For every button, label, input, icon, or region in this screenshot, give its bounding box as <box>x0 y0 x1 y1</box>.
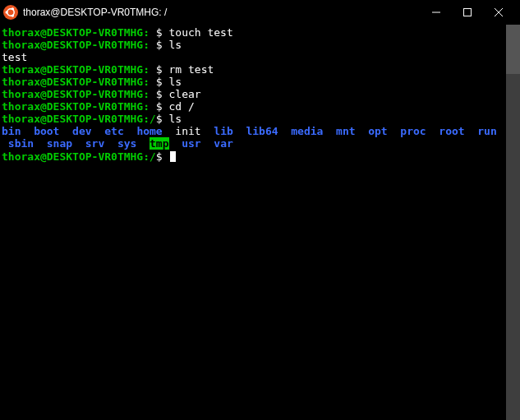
output-line: test <box>2 51 506 63</box>
command-text: ls <box>169 113 182 125</box>
prompt-sigil: $ <box>156 26 163 39</box>
command-text: rm test <box>169 63 214 76</box>
prompt-user: thorax@DESKTOP-VR0TMHG: <box>2 76 150 88</box>
ls-entry: etc <box>104 125 123 137</box>
command-line: thorax@DESKTOP-VR0TMHG: $ cd / <box>2 100 506 113</box>
prompt-sigil: $ <box>156 113 163 125</box>
maximize-button[interactable] <box>459 4 476 21</box>
ls-entry: run <box>477 125 496 137</box>
ls-entry: snap <box>47 137 72 150</box>
prompt-path: / <box>150 150 156 163</box>
prompt-path <box>150 26 156 39</box>
command-text: ls <box>169 39 182 51</box>
prompt-path <box>150 100 156 113</box>
prompt-user: thorax@DESKTOP-VR0TMHG: <box>2 39 150 51</box>
current-prompt[interactable]: thorax@DESKTOP-VR0TMHG:/$ <box>2 150 506 163</box>
ls-entry: usr <box>182 137 200 150</box>
window-controls <box>428 4 517 21</box>
ls-entry: root <box>439 125 464 137</box>
ls-entry: srv <box>85 137 104 150</box>
minimize-button[interactable] <box>428 4 444 21</box>
prompt-path <box>150 63 156 76</box>
ls-entry: sbin <box>8 137 34 150</box>
ls-entry: opt <box>368 125 387 137</box>
scrollbar-thumb[interactable] <box>506 25 520 74</box>
prompt-user: thorax@DESKTOP-VR0TMHG: <box>2 150 150 163</box>
command-text: clear <box>169 88 201 100</box>
ubuntu-icon <box>3 5 18 20</box>
ls-entry: lib <box>214 125 232 137</box>
ls-entry: bin <box>2 125 21 137</box>
prompt-path <box>150 88 156 100</box>
command-line: thorax@DESKTOP-VR0TMHG: $ ls <box>2 39 506 51</box>
command-line: thorax@DESKTOP-VR0TMHG: $ rm test <box>2 63 506 76</box>
command-text: ls <box>169 76 182 88</box>
ls-entry: sys <box>117 137 136 150</box>
command-line: thorax@DESKTOP-VR0TMHG: $ ls <box>2 76 506 88</box>
ls-entry: boot <box>34 125 59 137</box>
terminal-content[interactable]: thorax@DESKTOP-VR0TMHG: $ touch testthor… <box>0 25 506 420</box>
prompt-user: thorax@DESKTOP-VR0TMHG: <box>2 88 150 100</box>
prompt-sigil: $ <box>156 100 163 113</box>
prompt-sigil: $ <box>156 39 163 51</box>
prompt-user: thorax@DESKTOP-VR0TMHG: <box>2 113 150 125</box>
title-bar[interactable]: thorax@DESKTOP-VR0TMHG: / <box>0 0 520 25</box>
scrollbar[interactable] <box>506 25 520 420</box>
prompt-path: / <box>150 113 156 125</box>
svg-rect-9 <box>464 9 472 16</box>
command-line: thorax@DESKTOP-VR0TMHG: $ touch test <box>2 26 506 39</box>
ls-entry: mnt <box>336 125 355 137</box>
command-line: thorax@DESKTOP-VR0TMHG:/$ ls <box>2 113 506 125</box>
ls-entry: dev <box>72 125 91 137</box>
prompt-sigil: $ <box>156 76 163 88</box>
ls-entry: home <box>136 125 162 137</box>
ls-output-line: bin boot dev etc home init lib lib64 med… <box>2 125 506 137</box>
terminal[interactable]: thorax@DESKTOP-VR0TMHG: $ touch testthor… <box>0 25 520 420</box>
prompt-path <box>150 76 156 88</box>
cursor <box>170 151 176 162</box>
command-text: touch test <box>169 26 233 39</box>
close-button[interactable] <box>490 4 507 21</box>
ls-entry: media <box>291 125 323 137</box>
prompt-user: thorax@DESKTOP-VR0TMHG: <box>2 26 150 39</box>
prompt-user: thorax@DESKTOP-VR0TMHG: <box>2 100 150 113</box>
prompt-sigil: $ <box>156 88 163 100</box>
ls-entry: var <box>214 137 232 150</box>
prompt-path <box>150 39 156 51</box>
ls-entry: init <box>175 125 200 137</box>
ls-output-line: sbin snap srv sys tmp usr var <box>2 137 506 150</box>
command-line: thorax@DESKTOP-VR0TMHG: $ clear <box>2 88 506 100</box>
ls-entry: proc <box>400 125 426 137</box>
command-text: cd / <box>169 100 195 113</box>
ls-entry: tmp <box>150 137 168 150</box>
prompt-sigil: $ <box>156 150 163 163</box>
window-title: thorax@DESKTOP-VR0TMHG: / <box>23 7 428 19</box>
ls-entry: lib64 <box>246 125 278 137</box>
prompt-user: thorax@DESKTOP-VR0TMHG: <box>2 63 150 76</box>
prompt-sigil: $ <box>156 63 163 76</box>
